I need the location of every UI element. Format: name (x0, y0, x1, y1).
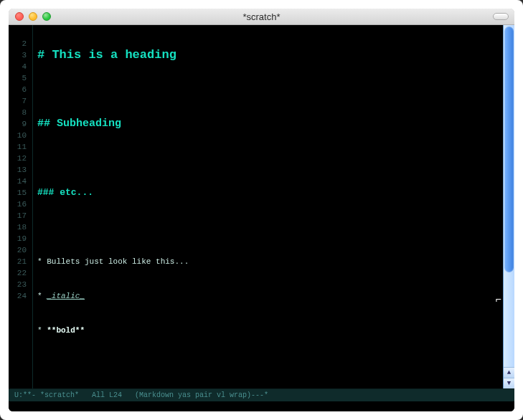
fringe-marker-icon: ⌐ (496, 294, 501, 305)
blank-line (37, 359, 499, 371)
line-number: 7 (13, 95, 27, 107)
line-number: 2 (13, 38, 27, 49)
line-number: 17 (13, 210, 27, 221)
line-number: 4 (13, 61, 27, 72)
titlebar[interactable]: *scratch* (9, 9, 514, 25)
window-frame: *scratch* 2 3 4 5 6 7 8 9 10 11 12 13 14… (9, 9, 514, 411)
modeline-text: U:**- *scratch* All L24 (Markdown yas pa… (14, 391, 268, 399)
line-number: 19 (13, 233, 27, 244)
italic-text: _italic_ (47, 292, 85, 300)
line-number: 3 (13, 49, 27, 61)
close-icon[interactable] (15, 12, 24, 21)
bold-text: **bold** (47, 326, 85, 335)
heading-3: ### etc... (37, 187, 499, 199)
line-number: 6 (13, 84, 27, 95)
line-number-gutter: 2 3 4 5 6 7 8 9 10 11 12 13 14 15 16 17 … (9, 25, 33, 388)
heading-1: # This is a heading (37, 49, 499, 61)
line-number: 11 (13, 141, 27, 153)
scroll-down-icon[interactable]: ▼ (504, 378, 514, 388)
minimize-icon[interactable] (29, 12, 37, 21)
scroll-thumb[interactable] (504, 27, 514, 272)
bullet-marker: * (37, 326, 47, 335)
line-number: 5 (13, 72, 27, 84)
line-number: 22 (13, 267, 27, 279)
line-number: 14 (13, 176, 27, 187)
line-number: 15 (13, 187, 27, 199)
line-number: 21 (13, 256, 27, 267)
scroll-up-icon[interactable]: ▲ (504, 367, 514, 378)
editor-body: 2 3 4 5 6 7 8 9 10 11 12 13 14 15 16 17 … (9, 25, 514, 388)
line-number: 20 (13, 244, 27, 256)
code-buffer[interactable]: # This is a heading ## Subheading ### et… (33, 25, 503, 388)
scroll-track[interactable] (504, 25, 514, 367)
traffic-lights (9, 12, 51, 21)
bullet-text: Bullets just look like this... (47, 257, 189, 266)
minibuffer[interactable] (9, 401, 514, 411)
blank-line (37, 84, 499, 95)
heading-2: ## Subheading (37, 118, 499, 130)
blank-line (37, 153, 499, 164)
line-number: 10 (13, 130, 27, 141)
line-number: 18 (13, 221, 27, 233)
line-number: 23 (13, 279, 27, 290)
bullet-line: * _italic_ (37, 290, 499, 302)
line-number (13, 27, 27, 38)
modeline[interactable]: U:**- *scratch* All L24 (Markdown yas pa… (9, 388, 514, 401)
line-number: 8 (13, 107, 27, 118)
line-number: 16 (13, 199, 27, 210)
macos-window: *scratch* 2 3 4 5 6 7 8 9 10 11 12 13 14… (0, 0, 523, 420)
line-number: 9 (13, 118, 27, 130)
toolbar-pill-icon[interactable] (493, 13, 509, 20)
bullet-line: * Bullets just look like this... (37, 256, 499, 267)
vertical-scrollbar[interactable]: ▲ ▼ (503, 25, 514, 388)
blank-line (37, 221, 499, 233)
bullet-line: * **bold** (37, 325, 499, 336)
bullet-marker: * (37, 292, 47, 300)
window-title: *scratch* (9, 11, 514, 22)
line-number: 12 (13, 153, 27, 164)
zoom-icon[interactable] (42, 12, 51, 21)
editor-area: 2 3 4 5 6 7 8 9 10 11 12 13 14 15 16 17 … (9, 25, 514, 411)
line-number: 13 (13, 164, 27, 176)
line-number: 24 (13, 290, 27, 302)
bullet-marker: * (37, 257, 47, 266)
